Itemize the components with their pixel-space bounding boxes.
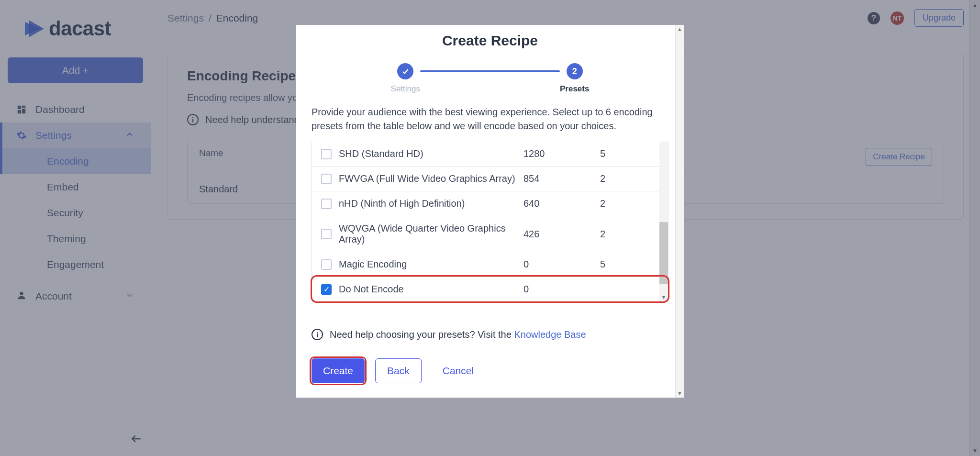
create-recipe-modal: Create Recipe Settings 2 Presets Provide bbox=[296, 25, 684, 398]
checkbox[interactable] bbox=[321, 174, 332, 184]
modal-scrollbar[interactable]: ▲ ▼ bbox=[675, 25, 684, 398]
step-label: Settings bbox=[391, 84, 420, 94]
preset-col1: 0 bbox=[523, 259, 600, 270]
modal-overlay: Create Recipe Settings 2 Presets Provide bbox=[0, 0, 980, 456]
step-settings: Settings bbox=[391, 63, 420, 94]
preset-col2: 2 bbox=[600, 198, 657, 209]
checkbox[interactable] bbox=[321, 199, 332, 209]
step-presets: 2 Presets bbox=[560, 63, 589, 94]
preset-col1: 426 bbox=[523, 229, 600, 240]
step-line bbox=[420, 70, 560, 72]
preset-col2: 2 bbox=[600, 229, 657, 240]
modal-actions: Create Back Cancel bbox=[312, 358, 668, 383]
preset-row-do-not-encode[interactable]: ✓ Do Not Encode 0 bbox=[312, 277, 668, 301]
preset-row-nhd[interactable]: nHD (Ninth of High Definition) 640 2 bbox=[312, 191, 668, 216]
preset-name: WQVGA (Wide Quarter Video Graphics Array… bbox=[339, 223, 523, 245]
preset-col2: 5 bbox=[600, 259, 657, 270]
preset-col1: 854 bbox=[523, 173, 600, 184]
preset-name: SHD (Standard HD) bbox=[339, 148, 523, 159]
preset-name: nHD (Ninth of High Definition) bbox=[339, 198, 523, 209]
preset-name: FWVGA (Full Wide Video Graphics Array) bbox=[339, 173, 523, 184]
step-label: Presets bbox=[560, 84, 589, 94]
modal-help: i Need help choosing your presets? Visit… bbox=[312, 329, 668, 340]
preset-col1: 1280 bbox=[523, 148, 600, 159]
preset-row-magic[interactable]: Magic Encoding 0 5 bbox=[312, 252, 668, 277]
preset-col2: 2 bbox=[600, 173, 657, 184]
scroll-down-icon[interactable]: ▼ bbox=[676, 389, 684, 398]
scroll-thumb[interactable] bbox=[659, 222, 668, 284]
preset-name: Magic Encoding bbox=[339, 259, 523, 270]
checkbox[interactable] bbox=[321, 259, 332, 270]
knowledge-base-link[interactable]: Knowledge Base bbox=[514, 329, 586, 340]
checkbox[interactable] bbox=[321, 229, 332, 239]
checkbox[interactable] bbox=[321, 149, 332, 159]
preset-name: Do Not Encode bbox=[339, 284, 523, 295]
preset-col1: 640 bbox=[523, 198, 600, 209]
create-button[interactable]: Create bbox=[312, 358, 365, 383]
checkbox[interactable]: ✓ bbox=[321, 284, 332, 295]
preset-col1: 0 bbox=[523, 284, 600, 295]
stepper: Settings 2 Presets bbox=[312, 63, 668, 94]
modal-title: Create Recipe bbox=[312, 25, 668, 49]
modal-help-text: Need help choosing your presets? Visit t… bbox=[330, 329, 586, 340]
preset-table: SHD (Standard HD) 1280 5 FWVGA (Full Wid… bbox=[312, 142, 668, 302]
back-button[interactable]: Back bbox=[375, 358, 422, 383]
scroll-up-icon[interactable]: ▲ bbox=[676, 25, 684, 33]
modal-description: Provide your audience with the best view… bbox=[312, 105, 668, 133]
preset-row-shd[interactable]: SHD (Standard HD) 1280 5 bbox=[312, 142, 668, 166]
step-check-icon bbox=[397, 63, 413, 79]
step-number: 2 bbox=[567, 63, 583, 79]
preset-row-wqvga[interactable]: WQVGA (Wide Quarter Video Graphics Array… bbox=[312, 216, 668, 252]
preset-col2: 5 bbox=[600, 148, 657, 159]
app-root: dacast Add + Dashboard Settings Encoding bbox=[0, 0, 980, 456]
cancel-button[interactable]: Cancel bbox=[443, 365, 474, 377]
info-icon: i bbox=[312, 329, 323, 340]
preset-row-fwvga[interactable]: FWVGA (Full Wide Video Graphics Array) 8… bbox=[312, 166, 668, 191]
